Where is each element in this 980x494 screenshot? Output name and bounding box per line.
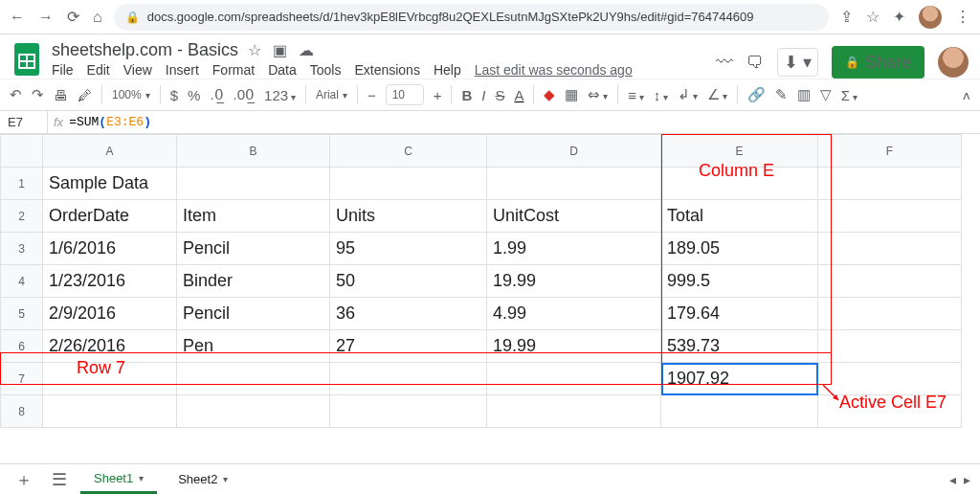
percent-icon[interactable]: % bbox=[188, 87, 200, 103]
font-inc-icon[interactable]: + bbox=[434, 87, 442, 103]
comment-icon[interactable]: ✎ bbox=[775, 86, 788, 103]
extensions-icon[interactable]: ✦ bbox=[893, 8, 905, 26]
row-header-5[interactable]: 5 bbox=[1, 298, 43, 330]
move-folder-icon[interactable]: ▣ bbox=[273, 41, 287, 59]
cell-D8[interactable] bbox=[487, 395, 661, 428]
cell-F1[interactable] bbox=[818, 168, 962, 200]
share-button[interactable]: 🔒Share bbox=[832, 46, 924, 79]
cell-A6[interactable]: 2/26/2016 bbox=[43, 330, 177, 363]
tab-sheet2[interactable]: Sheet2▾ bbox=[165, 464, 241, 494]
col-header-B[interactable]: B bbox=[177, 135, 330, 168]
cell-F2[interactable] bbox=[818, 200, 962, 233]
dec-dec-icon[interactable]: .0̲ bbox=[210, 86, 223, 103]
last-edit[interactable]: Last edit was seconds ago bbox=[475, 62, 633, 78]
cell-A5[interactable]: 2/9/2016 bbox=[43, 298, 177, 330]
add-sheet-button[interactable]: ＋ bbox=[10, 468, 38, 491]
col-header-C[interactable]: C bbox=[330, 135, 487, 168]
menu-format[interactable]: Format bbox=[212, 62, 255, 78]
cell-B8[interactable] bbox=[177, 395, 330, 428]
valign-icon[interactable]: ↕ bbox=[654, 87, 668, 103]
rotate-icon[interactable]: ∠ bbox=[707, 86, 727, 103]
fill-color-icon[interactable]: ◆ bbox=[544, 86, 555, 103]
cell-A2[interactable]: OrderDate bbox=[43, 200, 177, 233]
col-header-E[interactable]: E bbox=[661, 135, 818, 168]
cell-C7[interactable] bbox=[330, 363, 487, 395]
menu-data[interactable]: Data bbox=[268, 62, 297, 78]
cell-A1[interactable]: Sample Data bbox=[43, 168, 177, 200]
row-header-4[interactable]: 4 bbox=[1, 265, 43, 298]
chart-icon[interactable]: ▥ bbox=[797, 86, 811, 103]
tab-sheet1[interactable]: Sheet1▾ bbox=[80, 464, 157, 494]
inc-dec-icon[interactable]: .00̲ bbox=[234, 86, 256, 103]
row-header-2[interactable]: 2 bbox=[1, 200, 43, 233]
back-icon[interactable]: ← bbox=[10, 9, 25, 26]
cell-D5[interactable]: 4.99 bbox=[487, 298, 661, 330]
text-color-icon[interactable]: A bbox=[514, 87, 523, 103]
cell-A7[interactable] bbox=[43, 363, 177, 395]
cloud-status-icon[interactable]: ☁ bbox=[299, 41, 314, 59]
cell-B3[interactable]: Pencil bbox=[177, 233, 330, 265]
select-all-corner[interactable] bbox=[1, 135, 43, 168]
home-icon[interactable]: ⌂ bbox=[93, 9, 102, 26]
cell-C5[interactable]: 36 bbox=[330, 298, 487, 330]
merge-icon[interactable]: ⇔ bbox=[588, 86, 608, 103]
menu-edit[interactable]: Edit bbox=[87, 62, 110, 78]
formula-input[interactable]: =SUM(E3:E6) bbox=[69, 115, 151, 129]
menu-help[interactable]: Help bbox=[434, 62, 461, 78]
sheets-logo[interactable] bbox=[11, 40, 42, 79]
currency-icon[interactable]: $ bbox=[170, 87, 178, 103]
col-header-F[interactable]: F bbox=[818, 135, 962, 168]
profile-avatar[interactable] bbox=[919, 6, 942, 29]
more-formats-icon[interactable]: 123 bbox=[264, 87, 296, 103]
col-header-A[interactable]: A bbox=[43, 135, 177, 168]
menu-extensions[interactable]: Extensions bbox=[354, 62, 419, 78]
cell-D1[interactable] bbox=[487, 168, 661, 200]
cell-E2[interactable]: Total bbox=[661, 200, 818, 233]
star-icon[interactable]: ☆ bbox=[248, 41, 261, 59]
name-box[interactable]: E7 bbox=[0, 111, 48, 133]
cell-E7[interactable]: 1907.92 bbox=[661, 363, 818, 395]
cell-E5[interactable]: 179.64 bbox=[661, 298, 818, 330]
cell-F8[interactable] bbox=[818, 395, 962, 428]
redo-icon[interactable]: ↷ bbox=[32, 86, 44, 103]
row-header-8[interactable]: 8 bbox=[1, 395, 43, 428]
bookmark-icon[interactable]: ☆ bbox=[866, 8, 880, 26]
cell-B5[interactable]: Pencil bbox=[177, 298, 330, 330]
all-sheets-button[interactable]: ☰ bbox=[46, 469, 73, 490]
filter-icon[interactable]: ▽ bbox=[820, 86, 832, 103]
font-size-input[interactable]: 10 bbox=[386, 84, 424, 105]
collapse-toolbar-icon[interactable]: ʌ bbox=[963, 88, 970, 102]
forward-icon[interactable]: → bbox=[38, 9, 54, 26]
cell-F7[interactable] bbox=[818, 363, 962, 395]
cell-B4[interactable]: Binder bbox=[177, 265, 330, 298]
strike-icon[interactable]: S bbox=[495, 87, 504, 103]
cell-D3[interactable]: 1.99 bbox=[487, 233, 661, 265]
cell-B1[interactable] bbox=[177, 168, 330, 200]
cell-F4[interactable] bbox=[818, 265, 962, 298]
font-select[interactable]: Arial bbox=[316, 88, 347, 101]
present-button[interactable]: ⬇ ▾ bbox=[777, 48, 818, 77]
cell-A4[interactable]: 1/23/2016 bbox=[43, 265, 177, 298]
cell-F3[interactable] bbox=[818, 233, 962, 265]
cell-E6[interactable]: 539.73 bbox=[661, 330, 818, 363]
cell-D6[interactable]: 19.99 bbox=[487, 330, 661, 363]
cell-B6[interactable]: Pen bbox=[177, 330, 330, 363]
link-icon[interactable]: 🔗 bbox=[747, 86, 766, 103]
cell-B7[interactable] bbox=[177, 363, 330, 395]
row-header-3[interactable]: 3 bbox=[1, 233, 43, 265]
cell-E1[interactable] bbox=[661, 168, 818, 200]
cell-B2[interactable]: Item bbox=[177, 200, 330, 233]
row-header-1[interactable]: 1 bbox=[1, 168, 43, 200]
borders-icon[interactable]: ▦ bbox=[565, 86, 578, 103]
cell-C2[interactable]: Units bbox=[330, 200, 487, 233]
cell-F6[interactable] bbox=[818, 330, 962, 363]
cell-A8[interactable] bbox=[43, 395, 177, 428]
col-header-D[interactable]: D bbox=[487, 135, 661, 168]
menu-view[interactable]: View bbox=[123, 62, 152, 78]
cell-D4[interactable]: 19.99 bbox=[487, 265, 661, 298]
cell-E8[interactable] bbox=[661, 395, 818, 428]
bold-icon[interactable]: B bbox=[461, 87, 472, 103]
omnibox[interactable]: 🔒 docs.google.com/spreadsheets/d/1hev3kp… bbox=[114, 4, 829, 31]
cell-D7[interactable] bbox=[487, 363, 661, 395]
zoom-select[interactable]: 100% bbox=[112, 88, 150, 101]
